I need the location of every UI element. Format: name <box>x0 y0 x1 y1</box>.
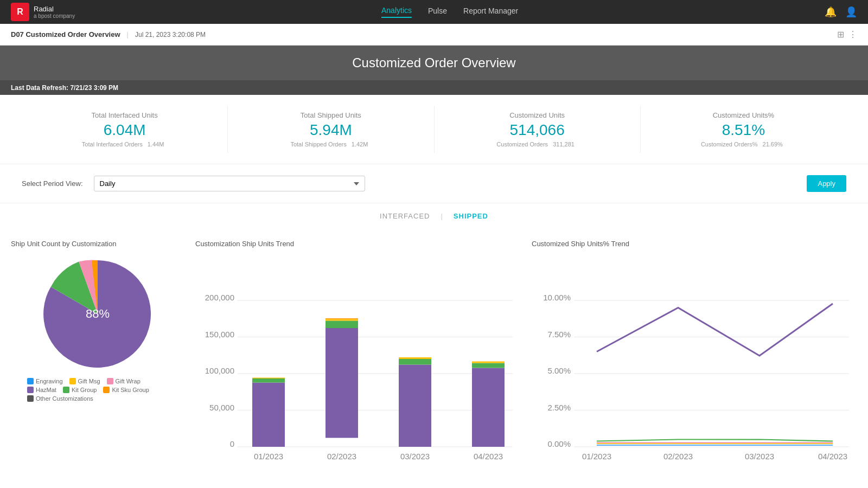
svg-text:02/2023: 02/2023 <box>327 452 356 461</box>
breadcrumb-date: Jul 21, 2023 3:20:08 PM <box>135 31 206 38</box>
kpi-sub-0: Total Interfaced Orders 1.44M <box>33 141 216 147</box>
legend-kit-group: Kit Group <box>63 387 97 393</box>
svg-text:10.00%: 10.00% <box>543 293 571 302</box>
svg-text:50,000: 50,000 <box>209 403 234 412</box>
kpi-customized-units-pct: Customized Units% 8.51% Customized Order… <box>641 106 846 153</box>
svg-text:0: 0 <box>230 439 234 448</box>
apply-button[interactable]: Apply <box>807 175 846 192</box>
refresh-text: Last Data Refresh: 7/21/23 3:09 PM <box>11 84 118 92</box>
nav-right: 🔔 👤 <box>825 6 857 18</box>
charts-area: Ship Unit Count by Customization 88% Eng… <box>0 229 868 488</box>
legend-other: Other Customizations <box>27 395 93 402</box>
line-chart-svg: 0.00% 2.50% 5.00% 7.50% 10.00% <box>532 254 857 488</box>
kpi-label-0: Total Interfaced Units <box>33 111 216 119</box>
svg-text:100,000: 100,000 <box>205 366 234 375</box>
page-title: Customized Order Overview <box>10 55 858 70</box>
breadcrumb-left: D07 Customized Order Overview | Jul 21, … <box>11 30 206 38</box>
svg-rect-12 <box>252 378 285 379</box>
svg-rect-15 <box>326 319 358 321</box>
nav-center: Analytics Pulse Report Manager <box>381 6 518 18</box>
svg-rect-14 <box>326 321 358 329</box>
svg-rect-11 <box>252 378 285 383</box>
notifications-icon[interactable]: 🔔 <box>825 6 837 18</box>
kpi-value-3: 8.51% <box>652 121 835 139</box>
kpi-sub-1: Total Shipped Orders 1.42M <box>239 141 423 147</box>
kpi-customized-units: Customized Units 514,066 Customized Orde… <box>435 106 641 153</box>
line-chart-title: Customized Ship Units% Trend <box>532 240 857 248</box>
page-header: Customized Order Overview <box>0 46 868 80</box>
bar-chart-svg: 0 50,000 100,000 150,000 200,000 <box>195 254 521 488</box>
kpi-sub-3: Customized Orders% 21.69% <box>652 141 835 147</box>
svg-text:7.50%: 7.50% <box>547 330 571 339</box>
breadcrumb-actions: ⊞ ⋮ <box>837 29 857 40</box>
svg-rect-13 <box>326 328 358 438</box>
bar-chart-section: Customization Ship Units Trend 0 50,000 … <box>195 240 521 478</box>
kpi-total-interfaced-units: Total Interfaced Units 6.04M Total Inter… <box>22 106 228 153</box>
user-icon[interactable]: 👤 <box>845 6 857 18</box>
svg-text:04/2023: 04/2023 <box>474 452 503 461</box>
legend-gift-wrap: Gift Wrap <box>107 378 141 384</box>
svg-rect-19 <box>399 357 431 359</box>
breadcrumb-separator: | <box>127 30 129 38</box>
pie-chart-section: Ship Unit Count by Customization 88% Eng… <box>11 240 184 478</box>
pie-center-label: 88% <box>86 307 110 321</box>
bar-chart-title: Customization Ship Units Trend <box>195 240 521 248</box>
pie-container: 88% Engraving Gift Msg Gift Wrap HazMat … <box>11 254 184 402</box>
svg-text:2.50%: 2.50% <box>547 403 571 412</box>
svg-text:150,000: 150,000 <box>205 330 234 339</box>
kpi-label-1: Total Shipped Units <box>239 111 423 119</box>
nav-report-manager[interactable]: Report Manager <box>463 7 518 17</box>
kpi-value-1: 5.94M <box>239 121 423 139</box>
kpi-value-0: 6.04M <box>33 121 216 139</box>
svg-text:5.00%: 5.00% <box>547 366 571 375</box>
top-navigation: R Radial a bpost company Analytics Pulse… <box>0 0 868 24</box>
logo: R Radial a bpost company <box>11 3 75 21</box>
kpi-value-2: 514,066 <box>445 121 629 139</box>
breadcrumb-title: D07 Customized Order Overview <box>11 30 120 38</box>
kpi-row: Total Interfaced Units 6.04M Total Inter… <box>0 95 868 164</box>
logo-icon: R <box>11 3 29 21</box>
svg-rect-20 <box>472 368 505 447</box>
svg-rect-22 <box>472 362 505 363</box>
breadcrumb-bar: D07 Customized Order Overview | Jul 21, … <box>0 24 868 46</box>
refresh-bar: Last Data Refresh: 7/21/23 3:09 PM <box>0 80 868 95</box>
svg-text:01/2023: 01/2023 <box>582 452 611 461</box>
svg-text:03/2023: 03/2023 <box>745 452 774 461</box>
svg-rect-21 <box>472 363 505 368</box>
svg-text:0.00%: 0.00% <box>547 439 571 448</box>
svg-rect-17 <box>399 365 431 447</box>
line-chart-section: Customized Ship Units% Trend 0.00% 2.50%… <box>532 240 857 478</box>
pie-chart-title: Ship Unit Count by Customization <box>11 240 184 248</box>
period-row: Select Period View: Daily Weekly Monthly… <box>0 164 868 203</box>
nav-analytics[interactable]: Analytics <box>381 6 412 18</box>
svg-text:200,000: 200,000 <box>205 293 234 302</box>
legend-engraving: Engraving <box>27 378 63 384</box>
legend-gift-msg: Gift Msg <box>69 378 100 384</box>
svg-text:01/2023: 01/2023 <box>254 452 283 461</box>
svg-text:04/2023: 04/2023 <box>818 452 847 461</box>
kpi-label-3: Customized Units% <box>652 111 835 119</box>
kpi-sub-2: Customized Orders 311,281 <box>445 141 629 147</box>
tab-interfaced[interactable]: INTERFACED <box>369 209 441 223</box>
more-options-icon[interactable]: ⋮ <box>848 29 857 40</box>
nav-pulse[interactable]: Pulse <box>428 7 447 17</box>
logo-text: Radial a bpost company <box>34 5 75 20</box>
expand-icon[interactable]: ⊞ <box>837 29 844 40</box>
period-select[interactable]: Daily Weekly Monthly <box>94 176 365 191</box>
legend-hazmat: HazMat <box>27 387 56 393</box>
svg-rect-16 <box>326 318 358 319</box>
period-label: Select Period View: <box>22 179 83 188</box>
kpi-label-2: Customized Units <box>445 111 629 119</box>
svg-rect-18 <box>399 359 431 365</box>
tab-shipped[interactable]: SHIPPED <box>443 209 499 223</box>
pie-svg-wrap: 88% <box>38 254 157 374</box>
legend-kit-sku: Kit Sku Group <box>103 387 149 393</box>
pie-legend: Engraving Gift Msg Gift Wrap HazMat Kit … <box>27 378 168 402</box>
tab-toggle: INTERFACED | SHIPPED <box>0 203 868 229</box>
svg-text:03/2023: 03/2023 <box>400 452 430 461</box>
svg-rect-10 <box>252 383 285 447</box>
svg-text:02/2023: 02/2023 <box>663 452 693 461</box>
kpi-total-shipped-units: Total Shipped Units 5.94M Total Shipped … <box>228 106 434 153</box>
